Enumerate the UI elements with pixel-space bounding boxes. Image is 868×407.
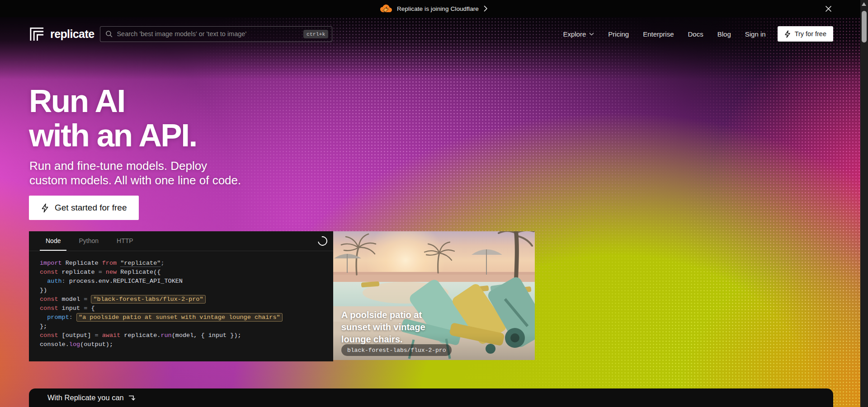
code-line: const model = "black-forest-labs/flux-2-… [40, 295, 333, 304]
code-line: console.log(output); [40, 340, 333, 349]
get-started-button[interactable]: Get started for free [29, 196, 139, 220]
hero-subtitle-line2: custom models. All with one line of code… [29, 173, 241, 187]
replicate-logo-text: replicate [50, 28, 94, 41]
banner-close-button[interactable] [823, 3, 834, 14]
code-line: }) [40, 286, 333, 295]
code-line: prompt: "a poolside patio at sunset with… [40, 313, 333, 322]
scrollbar-thumb[interactable] [862, 11, 867, 42]
nav-link-explore[interactable]: Explore [563, 30, 594, 38]
try-for-free-button[interactable]: Try for free [778, 26, 833, 42]
hero-title: Run AI with an API. [29, 84, 197, 153]
vertical-scrollbar[interactable] [860, 0, 868, 407]
code-line: const input = { [40, 304, 333, 313]
nav-link-pricing[interactable]: Pricing [608, 30, 629, 38]
replicate-logo[interactable]: replicate [29, 26, 94, 42]
showcase-caption-line: lounge chairs. [341, 333, 425, 346]
replicate-logo-mark-icon [29, 26, 45, 42]
code-language-tabs: NodePythonHTTP [29, 231, 333, 251]
scrollbar-up-arrow[interactable] [862, 2, 866, 6]
nav-link-enterprise[interactable]: Enterprise [643, 30, 674, 38]
banner-link[interactable]: Replicate is joining Cloudflare [0, 0, 868, 17]
hero-subtitle-line1: Run and fine-tune models. Deploy [29, 159, 241, 173]
loading-spinner [316, 234, 329, 248]
nav-link-sign-in[interactable]: Sign in [745, 30, 766, 38]
code-block: import Replicate from "replicate";const … [29, 251, 333, 349]
nav-link-docs[interactable]: Docs [688, 30, 703, 38]
arrow-right-down-icon [128, 394, 136, 402]
hero-title-line1: Run AI [29, 84, 197, 118]
close-icon [825, 5, 832, 12]
bottom-section-strip: With Replicate you can [29, 388, 833, 407]
replicate-homepage: Replicate is joining Cloudflare replicat… [0, 0, 868, 407]
search-input[interactable] [117, 30, 299, 37]
code-line: }; [40, 322, 333, 331]
search-box[interactable]: ctrl+k [100, 26, 332, 42]
cloudflare-logo-icon [380, 5, 392, 13]
bottom-strip-text: With Replicate you can [47, 393, 124, 402]
chevron-down-icon [589, 33, 594, 36]
model-badge[interactable]: black-forest-labs/flux-2-pro [341, 344, 452, 356]
generated-image-showcase[interactable]: A poolside patio atsunset with vintagelo… [333, 231, 535, 360]
code-tab-http[interactable]: HTTP [111, 231, 139, 251]
code-example-panel: NodePythonHTTP import Replicate from "re… [29, 231, 333, 361]
showcase-caption: A poolside patio atsunset with vintagelo… [341, 309, 425, 346]
announcement-banner: Replicate is joining Cloudflare [0, 0, 868, 17]
chevron-right-icon [484, 5, 488, 12]
code-line: auth: process.env.REPLICATE_API_TOKEN [40, 277, 333, 286]
nav-link-blog[interactable]: Blog [717, 30, 731, 38]
showcase-caption-line: sunset with vintage [341, 321, 425, 333]
banner-text: Replicate is joining Cloudflare [397, 5, 479, 12]
code-tab-python[interactable]: Python [73, 231, 104, 251]
get-started-label: Get started for free [55, 203, 127, 213]
top-navigation: replicate ctrl+k ExplorePricingEnterpris… [0, 17, 868, 51]
code-line: import Replicate from "replicate"; [40, 259, 333, 268]
code-line: const replicate = new Replicate({ [40, 268, 333, 277]
bolt-icon [41, 203, 49, 213]
showcase-caption-line: A poolside patio at [341, 309, 425, 321]
search-shortcut-hint: ctrl+k [303, 30, 328, 38]
code-tab-node[interactable]: Node [40, 231, 66, 251]
bolt-icon [784, 30, 791, 38]
try-for-free-label: Try for free [795, 30, 826, 37]
code-line: const [output] = await replicate.run(mod… [40, 331, 333, 340]
hero-subtitle: Run and fine-tune models. Deploy custom … [29, 159, 241, 187]
nav-links: ExplorePricingEnterpriseDocsBlogSign in [563, 30, 765, 38]
search-icon [105, 30, 113, 37]
hero-title-line2: with an API. [29, 118, 197, 153]
